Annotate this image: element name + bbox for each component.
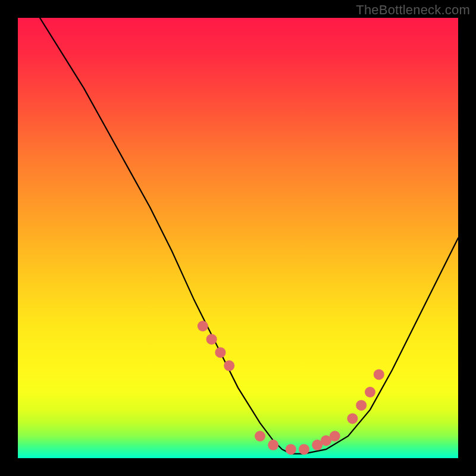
curve-marker (255, 431, 265, 441)
plot-area (18, 18, 458, 458)
curve-marker (206, 334, 217, 345)
bottleneck-curve (40, 18, 458, 454)
chart-svg (18, 18, 458, 458)
curve-marker (268, 440, 278, 450)
curve-marker (365, 387, 375, 397)
curve-marker (299, 444, 309, 455)
watermark-label: TheBottleneck.com (356, 2, 470, 18)
curve-marker (198, 321, 208, 331)
curve-marker (224, 361, 234, 371)
curve-marker (215, 347, 226, 358)
curve-markers (198, 321, 384, 455)
curve-marker (330, 431, 340, 441)
curve-marker (374, 369, 384, 380)
curve-marker (286, 444, 296, 455)
curve-marker (356, 400, 367, 411)
chart-frame: TheBottleneck.com (0, 0, 476, 476)
curve-marker (347, 413, 358, 424)
